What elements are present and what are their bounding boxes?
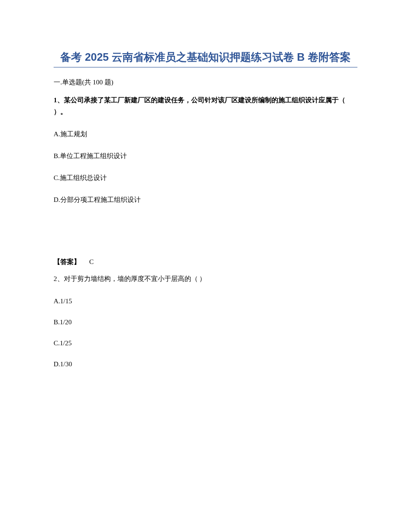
q1-option-c: C.施工组织总设计 xyxy=(54,174,357,182)
q2-block: 2、对于剪力墙结构，墙的厚度不宜小于层高的（ ） A.1/15 B.1/20 C… xyxy=(54,273,357,368)
q2-option-c: C.1/25 xyxy=(54,339,357,347)
q2-stem: 2、对于剪力墙结构，墙的厚度不宜小于层高的（ ） xyxy=(54,273,357,285)
section-header: 一.单选题(共 100 题) xyxy=(54,78,357,87)
q1-option-d: D.分部分项工程施工组织设计 xyxy=(54,196,357,204)
q1-stem: 1、某公司承接了某工厂新建厂区的建设任务，公司针对该厂区建设所编制的施工组织设计… xyxy=(54,95,357,117)
q2-option-b: B.1/20 xyxy=(54,318,357,326)
q2-option-a: A.1/15 xyxy=(54,297,357,305)
q1-option-b: B.单位工程施工组织设计 xyxy=(54,152,357,160)
q1-answer: 【答案】 C xyxy=(54,258,357,266)
q1-answer-value: C xyxy=(89,258,94,265)
q1-answer-label: 【答案】 xyxy=(54,258,80,265)
q2-option-d: D.1/30 xyxy=(54,360,357,368)
document-page: 备考 2025 云南省标准员之基础知识押题练习试卷 B 卷附答案 一.单选题(共… xyxy=(0,0,411,408)
q1-option-a: A.施工规划 xyxy=(54,130,357,138)
title-underline xyxy=(54,67,357,67)
document-title: 备考 2025 云南省标准员之基础知识押题练习试卷 B 卷附答案 xyxy=(54,49,357,65)
